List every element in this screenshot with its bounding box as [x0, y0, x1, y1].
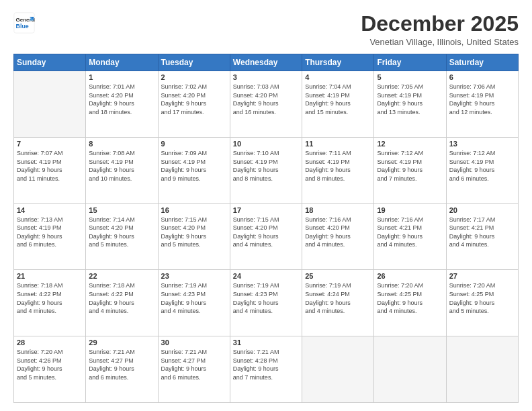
title-block: December 2025 Venetian Village, Illinois…	[361, 12, 519, 47]
day-info: Sunrise: 7:10 AMSunset: 4:19 PMDaylight:…	[233, 149, 299, 183]
day-info: Sunrise: 7:06 AMSunset: 4:19 PMDaylight:…	[449, 83, 515, 116]
calendar-cell: 7Sunrise: 7:07 AMSunset: 4:19 PMDaylight…	[14, 137, 86, 203]
calendar-cell: 1Sunrise: 7:01 AMSunset: 4:20 PMDaylight…	[86, 71, 158, 138]
day-number: 21	[17, 272, 83, 280]
calendar-cell: 22Sunrise: 7:18 AMSunset: 4:22 PMDayligh…	[86, 270, 158, 336]
day-of-week-header: Tuesday	[158, 54, 230, 71]
calendar-cell: 10Sunrise: 7:10 AMSunset: 4:19 PMDayligh…	[230, 137, 302, 203]
day-number: 23	[161, 272, 227, 280]
svg-text:Blue: Blue	[16, 23, 29, 30]
day-info: Sunrise: 7:19 AMSunset: 4:24 PMDaylight:…	[305, 281, 371, 315]
day-number: 16	[161, 206, 227, 214]
day-number: 20	[449, 206, 515, 214]
day-info: Sunrise: 7:20 AMSunset: 4:25 PMDaylight:…	[377, 281, 443, 315]
day-number: 7	[17, 140, 83, 148]
calendar-cell: 6Sunrise: 7:06 AMSunset: 4:19 PMDaylight…	[446, 71, 518, 138]
calendar-cell: 2Sunrise: 7:02 AMSunset: 4:20 PMDaylight…	[158, 71, 230, 138]
day-number: 22	[89, 272, 154, 280]
day-number: 1	[89, 73, 154, 81]
calendar-cell: 26Sunrise: 7:20 AMSunset: 4:25 PMDayligh…	[374, 270, 446, 336]
day-info: Sunrise: 7:12 AMSunset: 4:19 PMDaylight:…	[377, 149, 443, 183]
day-number: 26	[377, 272, 443, 280]
day-info: Sunrise: 7:21 AMSunset: 4:27 PMDaylight:…	[161, 348, 227, 381]
day-info: Sunrise: 7:19 AMSunset: 4:23 PMDaylight:…	[233, 281, 299, 315]
day-number: 8	[89, 140, 154, 148]
day-info: Sunrise: 7:15 AMSunset: 4:20 PMDaylight:…	[233, 216, 299, 249]
day-number: 14	[17, 206, 83, 214]
day-info: Sunrise: 7:21 AMSunset: 4:27 PMDaylight:…	[89, 348, 154, 381]
day-info: Sunrise: 7:17 AMSunset: 4:21 PMDaylight:…	[449, 216, 515, 249]
calendar-cell: 15Sunrise: 7:14 AMSunset: 4:20 PMDayligh…	[86, 203, 158, 270]
calendar-cell: 5Sunrise: 7:05 AMSunset: 4:19 PMDaylight…	[374, 71, 446, 138]
day-number: 4	[305, 73, 371, 81]
calendar-cell: 27Sunrise: 7:20 AMSunset: 4:25 PMDayligh…	[446, 270, 518, 336]
calendar-cell: 18Sunrise: 7:16 AMSunset: 4:20 PMDayligh…	[302, 203, 374, 270]
calendar-cell: 4Sunrise: 7:04 AMSunset: 4:19 PMDaylight…	[302, 71, 374, 138]
calendar-cell: 23Sunrise: 7:19 AMSunset: 4:23 PMDayligh…	[158, 270, 230, 336]
calendar-cell: 28Sunrise: 7:20 AMSunset: 4:26 PMDayligh…	[14, 336, 86, 403]
calendar-cell	[446, 336, 518, 403]
calendar-cell: 3Sunrise: 7:03 AMSunset: 4:20 PMDaylight…	[230, 71, 302, 138]
logo-icon: General Blue	[13, 12, 35, 34]
month-title: December 2025	[361, 12, 519, 36]
day-info: Sunrise: 7:02 AMSunset: 4:20 PMDaylight:…	[161, 83, 227, 116]
calendar-cell	[14, 71, 86, 138]
day-info: Sunrise: 7:14 AMSunset: 4:20 PMDaylight:…	[89, 216, 154, 249]
day-number: 25	[305, 272, 371, 280]
calendar-cell: 11Sunrise: 7:11 AMSunset: 4:19 PMDayligh…	[302, 137, 374, 203]
day-number: 10	[233, 140, 299, 148]
day-info: Sunrise: 7:21 AMSunset: 4:28 PMDaylight:…	[233, 348, 299, 381]
day-number: 9	[161, 140, 227, 148]
day-info: Sunrise: 7:16 AMSunset: 4:20 PMDaylight:…	[305, 216, 371, 249]
calendar-cell: 24Sunrise: 7:19 AMSunset: 4:23 PMDayligh…	[230, 270, 302, 336]
day-info: Sunrise: 7:15 AMSunset: 4:20 PMDaylight:…	[161, 216, 227, 249]
calendar-cell: 12Sunrise: 7:12 AMSunset: 4:19 PMDayligh…	[374, 137, 446, 203]
header: General Blue December 2025 Venetian Vill…	[13, 12, 519, 47]
day-info: Sunrise: 7:01 AMSunset: 4:20 PMDaylight:…	[89, 83, 154, 116]
day-number: 2	[161, 73, 227, 81]
day-number: 24	[233, 272, 299, 280]
day-info: Sunrise: 7:18 AMSunset: 4:22 PMDaylight:…	[89, 281, 154, 315]
calendar-cell: 31Sunrise: 7:21 AMSunset: 4:28 PMDayligh…	[230, 336, 302, 403]
day-number: 29	[89, 338, 154, 347]
day-info: Sunrise: 7:11 AMSunset: 4:19 PMDaylight:…	[305, 149, 371, 183]
calendar-cell: 30Sunrise: 7:21 AMSunset: 4:27 PMDayligh…	[158, 336, 230, 403]
page: General Blue December 2025 Venetian Vill…	[0, 0, 532, 411]
calendar-cell: 16Sunrise: 7:15 AMSunset: 4:20 PMDayligh…	[158, 203, 230, 270]
day-info: Sunrise: 7:16 AMSunset: 4:21 PMDaylight:…	[377, 216, 443, 249]
calendar-cell	[374, 336, 446, 403]
day-number: 3	[233, 73, 299, 81]
day-info: Sunrise: 7:19 AMSunset: 4:23 PMDaylight:…	[161, 281, 227, 315]
day-number: 31	[233, 338, 299, 347]
day-info: Sunrise: 7:09 AMSunset: 4:19 PMDaylight:…	[161, 149, 227, 183]
day-number: 6	[449, 73, 515, 81]
day-of-week-header: Sunday	[14, 54, 86, 71]
calendar-cell: 19Sunrise: 7:16 AMSunset: 4:21 PMDayligh…	[374, 203, 446, 270]
day-of-week-header: Saturday	[446, 54, 518, 71]
calendar-cell: 14Sunrise: 7:13 AMSunset: 4:19 PMDayligh…	[14, 203, 86, 270]
day-of-week-header: Monday	[86, 54, 158, 71]
calendar-cell: 29Sunrise: 7:21 AMSunset: 4:27 PMDayligh…	[86, 336, 158, 403]
day-number: 11	[305, 140, 371, 148]
logo: General Blue	[13, 12, 35, 34]
calendar-cell: 13Sunrise: 7:12 AMSunset: 4:19 PMDayligh…	[446, 137, 518, 203]
calendar-cell	[302, 336, 374, 403]
calendar-cell: 8Sunrise: 7:08 AMSunset: 4:19 PMDaylight…	[86, 137, 158, 203]
calendar-cell: 17Sunrise: 7:15 AMSunset: 4:20 PMDayligh…	[230, 203, 302, 270]
day-info: Sunrise: 7:05 AMSunset: 4:19 PMDaylight:…	[377, 83, 443, 116]
day-number: 15	[89, 206, 154, 214]
day-info: Sunrise: 7:03 AMSunset: 4:20 PMDaylight:…	[233, 83, 299, 116]
day-number: 30	[161, 338, 227, 347]
calendar-cell: 9Sunrise: 7:09 AMSunset: 4:19 PMDaylight…	[158, 137, 230, 203]
day-number: 17	[233, 206, 299, 214]
day-of-week-header: Thursday	[302, 54, 374, 71]
calendar-cell: 25Sunrise: 7:19 AMSunset: 4:24 PMDayligh…	[302, 270, 374, 336]
location: Venetian Village, Illinois, United State…	[361, 37, 519, 47]
day-info: Sunrise: 7:20 AMSunset: 4:26 PMDaylight:…	[17, 348, 83, 381]
day-number: 27	[449, 272, 515, 280]
day-info: Sunrise: 7:13 AMSunset: 4:19 PMDaylight:…	[17, 216, 83, 249]
day-info: Sunrise: 7:18 AMSunset: 4:22 PMDaylight:…	[17, 281, 83, 315]
day-info: Sunrise: 7:07 AMSunset: 4:19 PMDaylight:…	[17, 149, 83, 183]
calendar-cell: 21Sunrise: 7:18 AMSunset: 4:22 PMDayligh…	[14, 270, 86, 336]
day-info: Sunrise: 7:20 AMSunset: 4:25 PMDaylight:…	[449, 281, 515, 315]
